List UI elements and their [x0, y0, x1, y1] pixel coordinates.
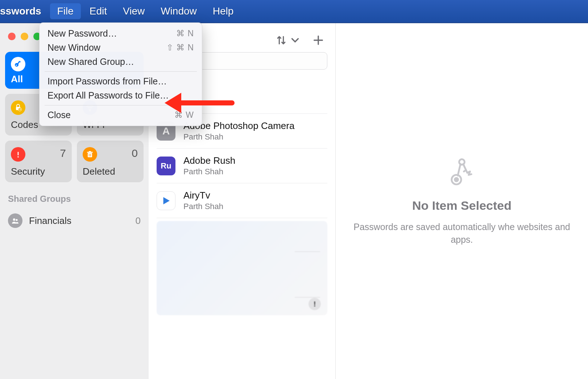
svg-rect-10	[88, 153, 92, 157]
item-icon: Ru	[157, 157, 175, 175]
tile-count: 7	[60, 147, 66, 159]
menu-separator	[45, 105, 197, 105]
svg-rect-8	[18, 152, 19, 155]
svg-point-3	[16, 64, 17, 66]
alert-icon	[11, 147, 25, 162]
menu-item-label: Close	[47, 110, 71, 120]
svg-point-19	[455, 178, 458, 181]
menubar-item-edit[interactable]: Edit	[82, 3, 114, 19]
svg-rect-13	[89, 154, 90, 157]
item-subtitle: Parth Shah	[183, 132, 294, 142]
svg-point-9	[17, 156, 19, 158]
svg-point-16	[16, 219, 17, 221]
play-icon	[157, 191, 175, 210]
file-menu-dropdown: New Password… ⌘ N New Window ⇧ ⌘ N New S…	[39, 22, 202, 126]
add-button[interactable]	[312, 34, 324, 46]
menubar: sswords File Edit View Window Help	[0, 0, 588, 23]
list-item[interactable]: Ru Adobe Rush Parth Shah	[157, 149, 327, 183]
menu-item-shortcut: ⌘ N	[176, 29, 194, 38]
menu-item-label: Export All Passwords to File…	[47, 90, 169, 101]
menubar-item-help[interactable]: Help	[206, 3, 241, 19]
menu-item-label: New Shared Group…	[47, 57, 134, 67]
shared-groups-header: Shared Groups	[5, 187, 144, 204]
detail-pane: No Item Selected Passwords are saved aut…	[336, 23, 588, 379]
item-subtitle: Parth Shah	[183, 167, 235, 176]
shared-group-row[interactable]: Financials 0	[5, 209, 144, 232]
key-icon	[11, 57, 25, 71]
blurred-content: !	[157, 221, 327, 315]
sidebar-tile-security[interactable]: 7 Security	[5, 141, 72, 182]
group-count: 0	[136, 215, 141, 226]
menu-new-window[interactable]: New Window ⇧ ⌘ N	[40, 41, 202, 55]
menu-new-shared-group[interactable]: New Shared Group…	[40, 55, 202, 69]
item-subtitle: Parth Shah	[183, 202, 223, 211]
menubar-item-view[interactable]: View	[116, 3, 152, 19]
lock-clock-icon	[11, 100, 25, 115]
menubar-app-name[interactable]: sswords	[0, 3, 49, 19]
trash-icon	[83, 147, 97, 162]
sidebar-tile-deleted[interactable]: 0 Deleted	[77, 141, 144, 182]
tile-label: Security	[11, 166, 66, 177]
svg-point-15	[13, 218, 15, 221]
tile-label: Deleted	[83, 166, 138, 177]
menu-item-shortcut: ⇧ ⌘ N	[166, 43, 194, 53]
svg-rect-12	[89, 151, 91, 152]
sort-button[interactable]	[275, 34, 301, 46]
menu-import-passwords[interactable]: Import Passwords from File…	[40, 74, 202, 88]
menu-close[interactable]: Close ⌘ W	[40, 108, 202, 122]
menu-export-passwords[interactable]: Export All Passwords to File…	[40, 88, 202, 103]
menu-item-label: New Password…	[47, 28, 117, 39]
menu-item-shortcut: ⌘ W	[174, 110, 194, 120]
keys-icon	[446, 157, 478, 191]
group-label: Financials	[29, 215, 71, 226]
menu-item-label: New Window	[47, 42, 100, 53]
detail-title: No Item Selected	[412, 199, 512, 213]
svg-rect-14	[90, 154, 91, 157]
close-window-button[interactable]	[8, 33, 16, 40]
menu-separator	[45, 71, 197, 72]
menubar-item-window[interactable]: Window	[153, 3, 204, 19]
menu-new-password[interactable]: New Password… ⌘ N	[40, 26, 202, 41]
menubar-item-file[interactable]: File	[50, 3, 81, 19]
menu-item-label: Import Passwords from File…	[47, 76, 167, 87]
alert-badge-icon: !	[309, 298, 321, 310]
list-item[interactable]: AiryTv Parth Shah	[157, 183, 327, 218]
item-title: Adobe Rush	[183, 155, 235, 166]
detail-subtitle: Passwords are saved automatically whe we…	[347, 221, 577, 246]
people-icon	[8, 213, 22, 228]
tile-count: 0	[132, 147, 138, 159]
item-title: AiryTv	[183, 190, 223, 201]
minimize-window-button[interactable]	[21, 33, 28, 40]
